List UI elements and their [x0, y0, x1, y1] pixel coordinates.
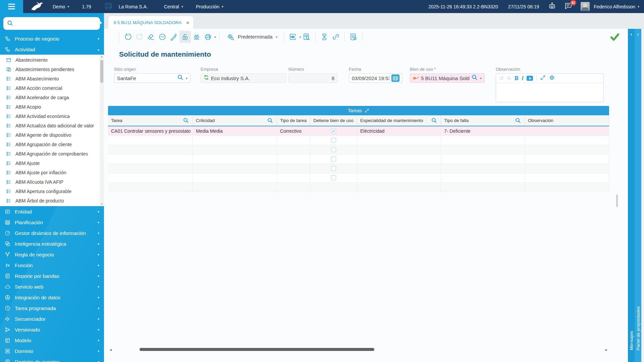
remove-button[interactable]	[157, 31, 168, 43]
table-row[interactable]	[108, 183, 609, 192]
sidebar-group-item[interactable]: Servicio web ▾	[0, 281, 104, 292]
sidebar-menu-item[interactable]: ABM Agente de dispositivo	[0, 130, 104, 140]
calendar-icon[interactable]	[391, 74, 399, 82]
unlock-button[interactable]	[179, 31, 191, 43]
print-button[interactable]	[202, 31, 214, 43]
detiene-checkbox[interactable]	[331, 166, 336, 171]
sidebar-group-item[interactable]: Modelo ▾	[0, 335, 104, 346]
scrollbar-thumb[interactable]	[100, 60, 103, 83]
link-button[interactable]	[330, 31, 341, 43]
sidebar-menu-item[interactable]: Abastecimientos pendientes	[0, 65, 104, 74]
sitio-origen-input[interactable]	[117, 75, 175, 81]
undo-button[interactable]	[122, 31, 134, 43]
detiene-checkbox[interactable]	[331, 175, 336, 180]
empresa-input[interactable]	[211, 75, 283, 81]
horizontal-scrollbar[interactable]: ◄ ►	[108, 347, 609, 352]
search-icon[interactable]	[177, 74, 184, 82]
column-header[interactable]: Tipo de falla	[441, 115, 525, 126]
tab-active[interactable]: 8 5 BU11 MÁQUINA SOLDADORA ... ×	[108, 16, 193, 29]
undo-icon[interactable]: ↺	[499, 75, 504, 81]
table-row[interactable]	[108, 155, 609, 164]
redo-icon[interactable]: ↻	[507, 75, 512, 81]
search-icon[interactable]	[471, 74, 478, 82]
column-header[interactable]: Observación	[525, 115, 609, 126]
sidebar-menu-item[interactable]: ABM Ajuste	[0, 159, 104, 168]
vertical-scrollbar-thumb[interactable]	[616, 194, 618, 207]
column-header[interactable]: Especialidad de mantenimiento	[357, 115, 441, 126]
table-row[interactable]	[108, 173, 609, 183]
sidebar-menu-item[interactable]: ABM Árbol de producto	[0, 196, 104, 205]
sidebar-menu-item[interactable]: ABM Acopio	[0, 102, 104, 112]
numero-input[interactable]	[291, 75, 334, 81]
hamburger-menu-button[interactable]	[0, 0, 23, 13]
sidebar-group-item[interactable]: ƒx Función ▾	[0, 260, 104, 270]
environment-selector[interactable]: Demo ▾	[53, 4, 69, 9]
table-row[interactable]: CA01 Controlar sensores y presostato Med…	[108, 126, 609, 136]
clear-messages-button[interactable]	[348, 31, 359, 43]
fecha-input[interactable]	[352, 75, 389, 81]
table-row[interactable]	[108, 145, 609, 155]
detiene-checkbox[interactable]	[331, 138, 336, 143]
sidebar-group-item[interactable]: Dominio ▾	[0, 346, 104, 356]
column-search-icon[interactable]	[183, 117, 189, 124]
bien-de-uso-input[interactable]	[421, 75, 469, 81]
messages-button[interactable]: 82	[564, 2, 573, 11]
sidebar-group-item[interactable]: Versionado ▾	[0, 324, 104, 335]
scroll-right-icon[interactable]: ►	[604, 348, 609, 352]
table-row[interactable]	[108, 164, 609, 173]
bold-button[interactable]: B	[515, 75, 519, 81]
expand-panel-icon[interactable]	[365, 108, 369, 113]
user-menu[interactable]: Federico Alfredsson ▾	[594, 4, 639, 9]
sidebar-group-item[interactable]: Secuenciador ▾	[0, 313, 104, 324]
confirm-button[interactable]	[610, 32, 620, 43]
sidebar-group-item[interactable]: Actividad ▴	[0, 44, 104, 55]
detiene-checkbox[interactable]	[331, 157, 336, 162]
column-header[interactable]: Criticidad	[193, 115, 277, 126]
column-search-icon[interactable]	[515, 117, 521, 124]
sidebar-menu-item[interactable]: ABM Agrupación de comprobantes	[0, 149, 104, 159]
tasks-panel-header[interactable]: Tareas	[108, 106, 609, 115]
sidebar-group-item[interactable]: Inteligencia estratégica ▾	[0, 238, 104, 249]
tab-close-icon[interactable]: ×	[186, 20, 189, 25]
module-selector[interactable]: Producción ▾	[196, 4, 223, 9]
redo-button[interactable]	[134, 31, 145, 43]
observacion-editor-body[interactable]	[496, 83, 603, 102]
debug-button[interactable]	[191, 31, 202, 43]
sidebar-group-item[interactable]: Gestor dinámico de información ▾	[0, 228, 104, 238]
scroll-up-icon[interactable]: ▲	[101, 55, 103, 59]
sidebar-menu-item[interactable]: ABM Agrupación de cliente	[0, 140, 104, 149]
sidebar-group-item[interactable]: Entidad ▾	[0, 206, 104, 217]
column-search-icon[interactable]	[267, 117, 273, 124]
sidebar-group-item[interactable]: Tarea programada ▾	[0, 303, 104, 313]
scrollbar-thumb[interactable]	[140, 348, 374, 351]
edit-design-button[interactable]	[168, 31, 179, 43]
sidebar-menu-item[interactable]: ABM Actualiza dato adicional de valor	[0, 121, 104, 130]
sidebar-menu-item[interactable]: ABM Apertura configurable	[0, 187, 104, 196]
sidebar-group-item[interactable]: Registro de eventos ▾	[0, 356, 104, 362]
expand-editor-button[interactable]	[540, 75, 546, 82]
column-header[interactable]: Tarea	[108, 115, 193, 126]
sidebar-group-item[interactable]: Reporte por bandas ▾	[0, 270, 104, 281]
assistant-bot-button[interactable]	[548, 2, 556, 11]
sidebar-menu-item[interactable]: ABM Acción comercial	[0, 83, 104, 93]
print-options-caret[interactable]: ▾	[214, 35, 216, 39]
sidebar-group-item[interactable]: Integración de datos ▾	[0, 292, 104, 303]
column-search-icon[interactable]	[431, 117, 437, 124]
sidebar-group-item[interactable]: Proceso de negocio ▾	[0, 33, 104, 44]
preview-eye-button[interactable]	[287, 31, 299, 43]
column-header[interactable]: Detiene bien de uso	[310, 115, 357, 126]
sidebar-menu-item[interactable]: ABM Abastecimiento	[0, 74, 104, 83]
site-selector[interactable]: Central ▾	[164, 4, 183, 9]
detiene-checkbox[interactable]	[331, 128, 336, 133]
clear-eraser-button[interactable]	[145, 31, 157, 43]
table-row[interactable]	[108, 136, 609, 145]
submenu-scrollbar[interactable]: ▲ ▼	[100, 55, 104, 206]
scroll-down-icon[interactable]: ▼	[101, 202, 103, 206]
properties-side-tab[interactable]: ‹ Panel de propiedades	[635, 29, 641, 362]
sidebar-group-item[interactable]: Regla de negocio ▾	[0, 249, 104, 260]
sidebar-menu-item[interactable]: Abastecimiento	[0, 55, 104, 65]
sidebar-group-item[interactable]: Planificación ▾	[0, 217, 104, 228]
detiene-checkbox[interactable]	[331, 147, 336, 152]
user-avatar[interactable]	[581, 2, 590, 11]
workflow-button[interactable]	[319, 31, 330, 43]
